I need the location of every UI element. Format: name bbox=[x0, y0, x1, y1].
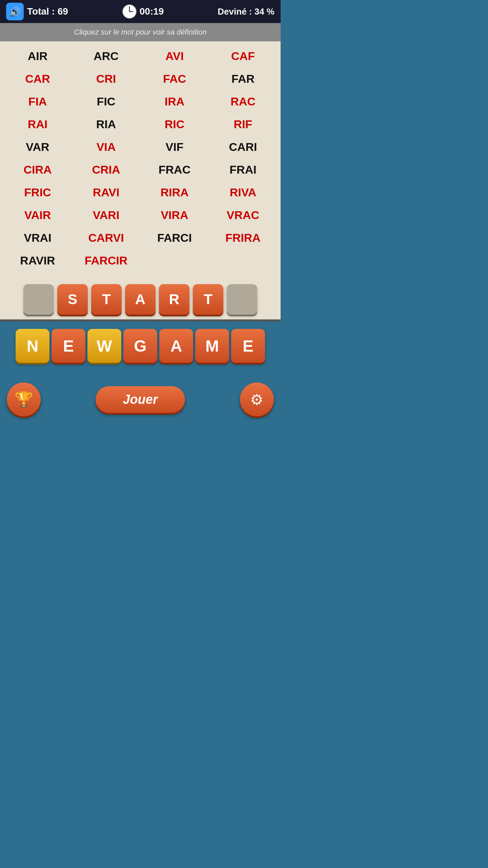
word-cell[interactable]: FRIRA bbox=[209, 226, 277, 249]
word-cell[interactable]: CARI bbox=[209, 136, 277, 158]
trophy-icon: 🏆 bbox=[15, 391, 33, 408]
word-cell[interactable]: VIA bbox=[72, 136, 140, 158]
word-cell[interactable]: RIF bbox=[209, 113, 277, 136]
word-cell[interactable]: RIVA bbox=[209, 181, 277, 204]
word-cell[interactable]: VRAC bbox=[209, 204, 277, 226]
word-cell[interactable]: FAR bbox=[209, 67, 277, 90]
word-cell[interactable]: RAVIR bbox=[3, 249, 72, 272]
top-bar: 🔊 Total : 69 00:19 Deviné : 34 % bbox=[0, 0, 281, 23]
word-cell[interactable]: FIA bbox=[3, 90, 72, 113]
word-cell[interactable]: VIF bbox=[140, 136, 209, 158]
word-cell[interactable]: RAC bbox=[209, 90, 277, 113]
word-grid-area: AIRARCAVICAFCARCRIFACFARFIAFICIRARACRAIR… bbox=[0, 41, 281, 278]
word-cell[interactable]: CIRA bbox=[3, 158, 72, 181]
timer-value: 00:19 bbox=[140, 6, 164, 17]
word-cell[interactable]: RIA bbox=[72, 113, 140, 136]
active-letter-tile[interactable]: A bbox=[125, 284, 156, 315]
devine-stat: Deviné : 34 % bbox=[218, 6, 274, 17]
word-cell[interactable]: VIRA bbox=[140, 204, 209, 226]
word-cell[interactable]: CRI bbox=[72, 67, 140, 90]
word-cell[interactable]: RAI bbox=[3, 113, 72, 136]
new-game-tile[interactable]: W bbox=[87, 329, 121, 363]
word-cell[interactable]: ARC bbox=[72, 45, 140, 67]
new-game-tile[interactable]: A bbox=[159, 329, 193, 363]
settings-button[interactable]: ⚙ bbox=[240, 382, 274, 416]
empty-tile[interactable] bbox=[227, 284, 257, 315]
active-letter-tile[interactable]: T bbox=[193, 284, 223, 315]
word-cell[interactable]: FRAC bbox=[140, 158, 209, 181]
settings-icon: ⚙ bbox=[250, 391, 263, 408]
new-game-tile[interactable]: E bbox=[52, 329, 85, 363]
active-letter-tile[interactable]: S bbox=[57, 284, 88, 315]
word-cell[interactable]: RIC bbox=[140, 113, 209, 136]
word-grid: AIRARCAVICAFCARCRIFACFARFIAFICIRARACRAIR… bbox=[3, 45, 277, 272]
timer-block: 00:19 bbox=[122, 4, 164, 19]
empty-tile[interactable] bbox=[23, 284, 54, 315]
word-cell[interactable]: CAR bbox=[3, 67, 72, 90]
word-cell[interactable]: CARVI bbox=[72, 226, 140, 249]
trophy-button[interactable]: 🏆 bbox=[7, 382, 41, 416]
hint-bar: Cliquez sur le mot pour voir sa définiti… bbox=[0, 23, 281, 41]
word-cell[interactable]: RIRA bbox=[140, 181, 209, 204]
word-cell[interactable]: FRAI bbox=[209, 158, 277, 181]
word-cell[interactable]: VAR bbox=[3, 136, 72, 158]
bottom-area: 🏆 Jouer ⚙ bbox=[0, 369, 281, 433]
word-cell[interactable]: CAF bbox=[209, 45, 277, 67]
new-game-section[interactable]: NEWGAME bbox=[0, 321, 281, 369]
word-cell[interactable]: AVI bbox=[140, 45, 209, 67]
word-cell[interactable]: CRIA bbox=[72, 158, 140, 181]
word-cell[interactable]: FARCI bbox=[140, 226, 209, 249]
sound-button[interactable]: 🔊 bbox=[6, 3, 24, 20]
word-cell[interactable]: VAIR bbox=[3, 204, 72, 226]
word-cell[interactable]: FIC bbox=[72, 90, 140, 113]
total-score: Total : 69 bbox=[27, 6, 68, 17]
word-cell[interactable]: RAVI bbox=[72, 181, 140, 204]
word-cell[interactable]: VARI bbox=[72, 204, 140, 226]
word-cell[interactable]: FAC bbox=[140, 67, 209, 90]
jouer-button[interactable]: Jouer bbox=[96, 386, 185, 413]
active-letter-tile[interactable]: R bbox=[159, 284, 189, 315]
start-tiles-row: START bbox=[0, 278, 281, 319]
word-cell[interactable]: IRA bbox=[140, 90, 209, 113]
word-cell[interactable]: VRAI bbox=[3, 226, 72, 249]
word-cell[interactable]: AIR bbox=[3, 45, 72, 67]
new-game-tile[interactable]: M bbox=[195, 329, 229, 363]
active-letter-tile[interactable]: T bbox=[91, 284, 122, 315]
clock-icon bbox=[122, 4, 137, 19]
new-game-tile[interactable]: G bbox=[123, 329, 157, 363]
new-game-tile[interactable]: N bbox=[16, 329, 49, 363]
word-cell[interactable]: FARCIR bbox=[72, 249, 140, 272]
new-game-tile[interactable]: E bbox=[231, 329, 265, 363]
word-cell[interactable]: FRIC bbox=[3, 181, 72, 204]
